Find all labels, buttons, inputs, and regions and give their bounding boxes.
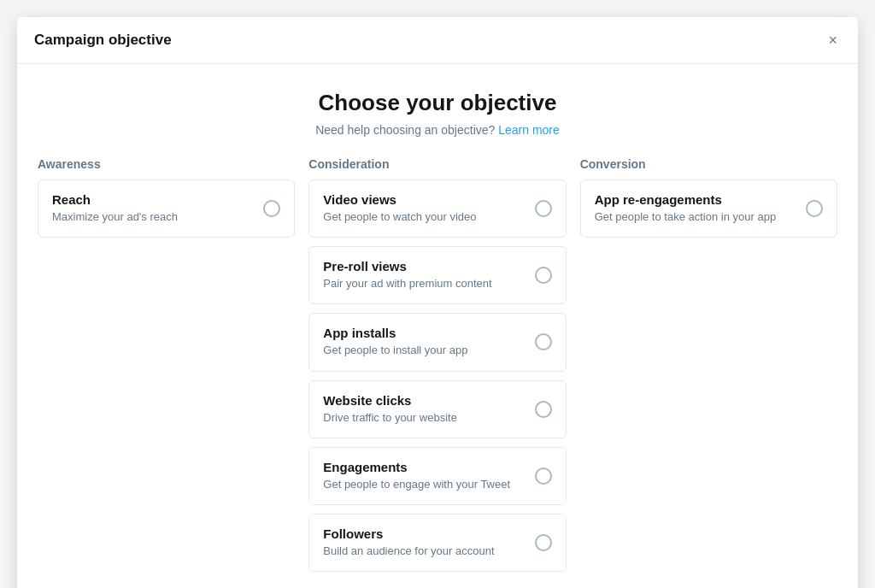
reach-option[interactable]: Reach Maximize your ad's reach — [38, 179, 295, 238]
engagements-desc: Get people to engage with your Tweet — [323, 477, 524, 492]
video-views-option[interactable]: Video views Get people to watch your vid… — [308, 179, 566, 238]
consideration-label: Consideration — [308, 157, 566, 171]
campaign-objective-modal: Campaign objective × Choose your objecti… — [17, 17, 858, 588]
conversion-column: Conversion App re-engagements Get people… — [580, 157, 837, 238]
engagements-option[interactable]: Engagements Get people to engage with yo… — [308, 447, 566, 505]
app-installs-radio[interactable] — [535, 333, 552, 350]
reach-title: Reach — [52, 192, 253, 207]
modal-body: Choose your objective Need help choosing… — [17, 64, 858, 588]
followers-title: Followers — [323, 526, 524, 541]
reach-option-text: Reach Maximize your ad's reach — [52, 192, 263, 225]
pre-roll-views-option[interactable]: Pre-roll views Pair your ad with premium… — [308, 246, 566, 304]
video-views-title: Video views — [323, 192, 524, 207]
close-button[interactable]: × — [825, 29, 841, 51]
learn-more-link[interactable]: Learn more — [498, 123, 560, 137]
website-clicks-title: Website clicks — [323, 393, 524, 408]
help-text: Need help choosing an objective? Learn m… — [38, 123, 837, 137]
app-re-engagements-title: App re-engagements — [595, 192, 796, 207]
engagements-radio[interactable] — [535, 467, 552, 485]
app-re-engagements-radio[interactable] — [806, 200, 823, 217]
app-re-engagements-option[interactable]: App re-engagements Get people to take ac… — [580, 179, 837, 238]
video-views-radio[interactable] — [535, 200, 552, 217]
pre-roll-views-title: Pre-roll views — [323, 259, 524, 273]
modal-header: Campaign objective × — [17, 17, 858, 64]
close-icon: × — [828, 32, 837, 48]
website-clicks-option[interactable]: Website clicks Drive traffic to your web… — [308, 380, 566, 438]
video-views-desc: Get people to watch your video — [323, 209, 524, 225]
page-title: Choose your objective — [38, 90, 837, 116]
app-installs-desc: Get people to install your app — [323, 343, 524, 358]
app-re-engagements-desc: Get people to take action in your app — [595, 209, 796, 225]
app-installs-option[interactable]: App installs Get people to install your … — [308, 313, 566, 371]
consideration-column: Consideration Video views Get people to … — [308, 157, 566, 572]
app-installs-title: App installs — [323, 326, 524, 340]
followers-option[interactable]: Followers Build an audience for your acc… — [308, 514, 566, 572]
website-clicks-desc: Drive traffic to your website — [323, 410, 524, 426]
reach-radio[interactable] — [263, 200, 280, 217]
pre-roll-views-radio[interactable] — [535, 267, 552, 284]
followers-desc: Build an audience for your account — [323, 544, 524, 559]
awareness-column: Awareness Reach Maximize your ad's reach — [38, 157, 295, 238]
page-heading: Choose your objective Need help choosing… — [38, 90, 837, 137]
engagements-title: Engagements — [323, 460, 524, 474]
conversion-label: Conversion — [580, 157, 837, 171]
modal-title: Campaign objective — [34, 32, 172, 49]
columns-container: Awareness Reach Maximize your ad's reach… — [38, 157, 837, 572]
website-clicks-radio[interactable] — [535, 401, 552, 418]
pre-roll-views-desc: Pair your ad with premium content — [323, 276, 524, 291]
reach-desc: Maximize your ad's reach — [52, 209, 253, 225]
awareness-label: Awareness — [38, 157, 295, 171]
followers-radio[interactable] — [535, 534, 552, 551]
